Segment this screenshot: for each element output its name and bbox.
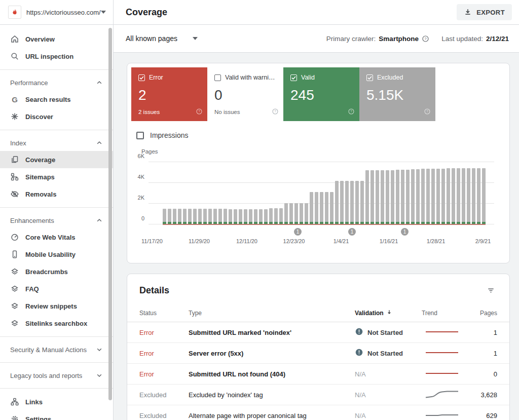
sidebar-item-label: Review snippets (25, 302, 77, 310)
column-header-validation[interactable]: Validation (355, 309, 422, 317)
sidebar-item-faq[interactable]: FAQ (0, 280, 113, 297)
table-row[interactable]: ExcludedAlternate page with proper canon… (127, 405, 509, 420)
table-row[interactable]: ErrorSubmitted URL not found (404)N/A0 (127, 364, 509, 385)
tile-value: 5.15K (366, 87, 428, 103)
annotation-marker[interactable]: 1 (401, 228, 409, 236)
coverage-chart: 6K4K2K011111/17/2011/29/2012/11/2012/23/… (149, 159, 494, 224)
filter-rows-button[interactable] (485, 284, 497, 297)
x-axis-tick: 11/17/20 (136, 238, 168, 244)
sidebar-item-mobile-usability[interactable]: Mobile Usability (0, 246, 113, 263)
x-axis-tick: 11/29/20 (183, 238, 215, 244)
tile-valid-with-warnings[interactable]: Valid with warnings0No issues? (207, 67, 283, 121)
sidebar-item-coverage[interactable]: Coverage (0, 151, 113, 168)
tile-valid[interactable]: Valid245? (283, 67, 359, 121)
chart-bar (259, 209, 263, 224)
details-card: Details StatusTypeValidationTrendPages E… (127, 274, 510, 420)
chart-bar (416, 169, 420, 224)
status-tiles: Error22 issues?Valid with warnings0No is… (127, 63, 509, 125)
help-icon[interactable]: ? (348, 108, 355, 117)
search-icon (10, 52, 19, 61)
sidebar-section-header-index[interactable]: Index (0, 135, 113, 151)
chart-bar (310, 192, 313, 224)
x-axis-tick: 12/23/20 (278, 238, 310, 244)
chevron-up-icon (95, 78, 104, 87)
impressions-label: Impressions (150, 131, 188, 139)
chart-bar (183, 209, 187, 224)
help-icon[interactable]: ? (424, 108, 431, 117)
sidebar-item-breadcrumbs[interactable]: Breadcrumbs (0, 263, 113, 280)
column-header-pages[interactable]: Pages (477, 310, 497, 317)
chart-bar (168, 209, 171, 224)
sidebar-item-sitelinks-searchbox[interactable]: Sitelinks searchbox (0, 315, 113, 332)
trend-sparkline (422, 389, 477, 401)
validation-status-text: N/A (355, 391, 366, 399)
chart-bar (244, 209, 247, 224)
chart-bar (436, 169, 440, 225)
sidebar-section-header-enhancements[interactable]: Enhancements (0, 212, 113, 228)
table-row[interactable]: ExcludedExcluded by 'noindex' tagN/A3,62… (127, 385, 509, 405)
sidebar-item-sitemaps[interactable]: Sitemaps (0, 168, 113, 185)
row-validation: N/A (355, 370, 422, 378)
tile-excluded[interactable]: Excluded5.15K? (359, 67, 435, 121)
property-selector[interactable]: https://victoriousseo.com/ (0, 0, 113, 25)
x-axis-tick: 1/16/21 (373, 238, 405, 244)
x-axis-tick: 1/28/21 (420, 238, 452, 244)
chart-bar (234, 209, 237, 224)
chart-bar (411, 169, 415, 224)
svg-text:?: ? (274, 109, 276, 113)
help-icon[interactable]: ? (196, 108, 203, 117)
flame-icon (11, 8, 19, 16)
column-header-type[interactable]: Type (189, 310, 355, 317)
chart-bar (289, 203, 293, 224)
chart-bar (163, 209, 166, 224)
sidebar-section-header-performance[interactable]: Performance (0, 74, 113, 91)
chevron-up-icon (95, 216, 104, 225)
chart-bar (472, 168, 475, 224)
table-row[interactable]: ErrorServer error (5xx)Not Started1 (127, 343, 509, 364)
details-header: Details (127, 274, 509, 304)
sidebar-scrollbar[interactable] (108, 28, 112, 400)
checkbox-checked-icon[interactable] (138, 74, 145, 81)
sidebar-section-header-security-manual-actions[interactable]: Security & Manual Actions (0, 341, 113, 358)
sidebar-item-search-results[interactable]: GSearch results (0, 91, 113, 108)
tile-error[interactable]: Error22 issues? (131, 67, 207, 121)
checkbox-unchecked-icon[interactable] (214, 74, 221, 81)
export-button[interactable]: EXPORT (457, 4, 512, 20)
chart-bar (264, 209, 268, 224)
chart-bar (269, 208, 273, 224)
row-pages: 0 (477, 370, 497, 378)
last-updated-label: Last updated: (441, 35, 483, 43)
sidebar-item-settings[interactable]: Settings (0, 410, 113, 420)
checkbox-checked-icon[interactable] (366, 74, 373, 81)
sidebar-item-discover[interactable]: Discover (0, 108, 113, 125)
annotation-marker[interactable]: 1 (294, 228, 302, 236)
sidebar-item-overview[interactable]: Overview (0, 30, 113, 48)
annotation-marker[interactable]: 1 (348, 228, 356, 236)
sidebar-item-removals[interactable]: Removals (0, 185, 113, 203)
impressions-checkbox[interactable] (136, 132, 144, 139)
chart-bar (401, 170, 404, 224)
chart-bar (254, 209, 257, 224)
sidebar-section-header-legacy-tools-and-reports[interactable]: Legacy tools and reports (0, 367, 113, 384)
details-table-header: StatusTypeValidationTrendPages (127, 304, 509, 322)
sort-descending-icon (386, 309, 392, 317)
table-row[interactable]: ErrorSubmitted URL marked 'noindex'Not S… (127, 322, 509, 343)
settings-icon (10, 414, 19, 420)
column-header-status[interactable]: Status (139, 310, 189, 317)
help-icon[interactable]: ? (272, 108, 279, 117)
chart-bar (229, 209, 232, 224)
sidebar-item-core-web-vitals[interactable]: Core Web Vitals (0, 228, 113, 246)
sidebar-item-url-inspection[interactable]: URL inspection (0, 48, 113, 65)
rich-result-icon (10, 301, 19, 311)
sidebar-item-review-snippets[interactable]: Review snippets (0, 297, 113, 315)
row-status: Excluded (139, 391, 189, 399)
help-icon[interactable]: ? (422, 35, 429, 43)
svg-text:?: ? (350, 109, 352, 113)
y-axis-tick: 6K (129, 153, 144, 159)
chart-bar (340, 181, 344, 224)
page-scope-dropdown[interactable]: All known pages (126, 34, 198, 43)
sidebar-item-links[interactable]: Links (0, 393, 113, 410)
checkbox-checked-icon[interactable] (290, 74, 297, 81)
column-header-trend[interactable]: Trend (422, 310, 477, 317)
sidebar-item-label: Overview (25, 35, 55, 43)
